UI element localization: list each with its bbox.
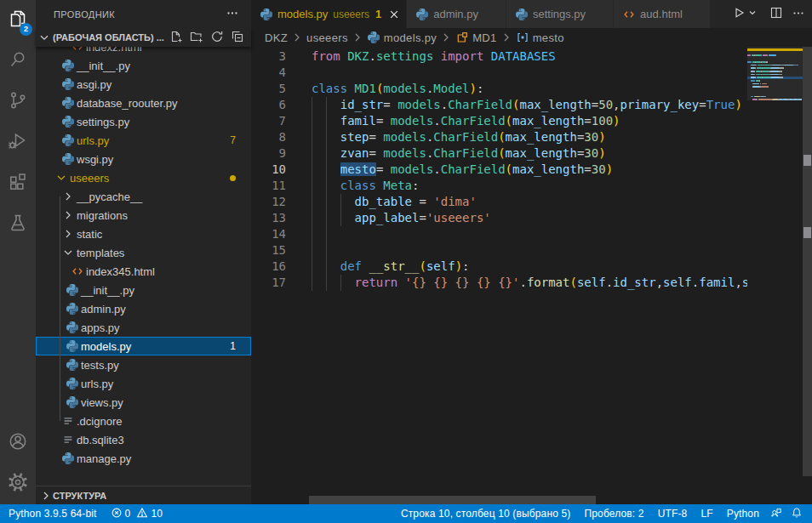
activity-item-settings[interactable]: [0, 463, 36, 504]
python-file-icon: [61, 115, 75, 128]
tree-file-apps.py[interactable]: apps.py: [36, 318, 251, 337]
code-line-6: id_str= models.CharField(max_length=50,p…: [312, 97, 747, 113]
status-notifications[interactable]: [786, 504, 807, 523]
minimap[interactable]: [747, 47, 803, 504]
workspace-section-header[interactable]: (РАБОЧАЯ ОБЛАСТЬ) ...: [36, 28, 251, 47]
symbol-field-icon: [516, 31, 529, 44]
python-file-icon: [66, 358, 79, 372]
run-dropdown-icon[interactable]: [746, 6, 759, 23]
status-bar: Python 3.9.5 64-bit 0 10 Строка 10, стол…: [0, 504, 812, 523]
tab-models.py[interactable]: models.pyuseeers1: [251, 0, 407, 28]
tab-settings.py[interactable]: settings.py: [506, 0, 614, 28]
breadcrumb-item-mesto[interactable]: mesto: [516, 31, 564, 44]
overview-ruler-mark: [803, 155, 811, 166]
vertical-scrollbar[interactable]: [803, 47, 812, 476]
tree-file-indexz.html[interactable]: indexz.html: [36, 47, 251, 56]
activity-item-search[interactable]: [0, 41, 36, 82]
close-icon[interactable]: [387, 8, 401, 21]
activity-item-explorer[interactable]: 2: [0, 0, 36, 41]
section-actions: [169, 30, 251, 45]
sidebar-title-row: ПРОВОДНИК: [36, 0, 251, 28]
python-file-icon: [66, 283, 79, 297]
chevron-down-icon: [37, 31, 51, 44]
tree-file-settings.py[interactable]: settings.py: [36, 112, 251, 131]
activity-bar: 2: [0, 0, 36, 504]
activity-item-source-control[interactable]: [0, 82, 36, 122]
breadcrumb-item-useeers[interactable]: useeers: [306, 31, 348, 44]
debug-icon: [8, 131, 28, 155]
problems-badge: 7: [230, 134, 236, 146]
file-tree[interactable]: indexz.html__init__.pyasgi.pydatabase_ro…: [36, 47, 251, 486]
tree-file-__init__.py[interactable]: __init__.py: [36, 281, 251, 299]
tree-file-index345.html[interactable]: index345.html: [36, 262, 251, 281]
chevron-right-icon: [500, 31, 513, 44]
tree-file-manage.py[interactable]: manage.py: [36, 449, 251, 468]
line-number-8: 8: [251, 129, 286, 145]
sidebar-explorer: ПРОВОДНИК (РАБОЧАЯ ОБЛАСТЬ) ...: [36, 0, 251, 504]
code-line-7: famil= models.CharField(max_length=100): [312, 113, 747, 129]
run-python-file-button[interactable]: [732, 6, 759, 23]
split-editor-button[interactable]: [769, 6, 783, 23]
code-line-12: db_table = 'dima': [312, 194, 747, 210]
vscode-window: 2: [0, 0, 812, 523]
activity-item-accounts[interactable]: [0, 423, 36, 463]
more-actions-icon[interactable]: [792, 6, 805, 23]
status-cursor-position[interactable]: Строка 10, столбец 10 (выбрано 5): [394, 504, 578, 523]
breadcrumb-item-MD1[interactable]: MD1: [455, 31, 497, 44]
tree-file-asgi.py[interactable]: asgi.py: [36, 75, 251, 94]
status-encoding[interactable]: UTF-8: [651, 504, 695, 523]
chevron-right-icon: [39, 489, 53, 503]
tab-admin.py[interactable]: admin.py: [407, 0, 506, 28]
tree-file-wsgi.py[interactable]: wsgi.py: [36, 150, 251, 168]
tree-file-views.py[interactable]: views.py: [36, 393, 251, 412]
tree-file-.dcignore[interactable]: .dcignore: [36, 412, 251, 430]
tree-file-tests.py[interactable]: tests.py: [36, 355, 251, 374]
account-icon: [8, 431, 28, 455]
code-editor[interactable]: 34567891011121314151617 from DKZ.setting…: [251, 47, 812, 504]
extensions-icon: [8, 172, 28, 196]
outline-label: СТРУКТУРА: [53, 491, 106, 501]
status-eol[interactable]: LF: [694, 504, 719, 523]
outline-section-header[interactable]: СТРУКТУРА: [36, 486, 251, 504]
status-python-interpreter[interactable]: Python 3.9.5 64-bit: [3, 504, 102, 523]
line-number-14: 14: [251, 226, 286, 242]
tree-file-db.sqlite3[interactable]: db.sqlite3: [36, 430, 251, 449]
breadcrumb-item-models.py[interactable]: models.py: [367, 31, 437, 44]
tree-file-admin.py[interactable]: admin.py: [36, 299, 251, 318]
tab-problems-badge: 1: [375, 8, 381, 20]
code-line-5: class MD1(models.Model):: [312, 81, 747, 97]
tree-file-__init__.py[interactable]: __init__.py: [36, 56, 251, 75]
tab-aud.html[interactable]: aud.html: [614, 0, 711, 28]
more-actions-icon[interactable]: [226, 6, 239, 23]
tree-folder-templates[interactable]: templates: [36, 243, 251, 262]
tree-file-models.py[interactable]: models.py1: [36, 337, 251, 355]
tree-file-database_roouter.py[interactable]: database_roouter.py: [36, 94, 251, 112]
activity-item-testing[interactable]: [0, 204, 36, 245]
new-file-icon[interactable]: [169, 30, 183, 45]
status-feedback[interactable]: [766, 504, 786, 523]
tree-folder-useeers[interactable]: useeers: [36, 168, 251, 187]
line-number-5: 5: [251, 81, 286, 97]
status-problems[interactable]: 0 10: [109, 504, 171, 523]
refresh-icon[interactable]: [210, 30, 224, 45]
status-indentation[interactable]: Пробелов: 2: [578, 504, 651, 523]
explorer-badge: 2: [20, 23, 32, 36]
tree-folder-__pycache__[interactable]: __pycache__: [36, 187, 251, 206]
code-line-4: [312, 65, 747, 81]
tree-folder-static[interactable]: static: [36, 225, 251, 243]
code-line-8: step= models.CharField(max_length=30): [312, 129, 747, 145]
status-language[interactable]: Python: [720, 504, 766, 523]
activity-item-run-debug[interactable]: [0, 122, 36, 163]
new-folder-icon[interactable]: [190, 30, 203, 45]
collapse-all-icon[interactable]: [231, 30, 244, 45]
horizontal-scrollbar[interactable]: [309, 496, 596, 504]
activity-item-extensions[interactable]: [0, 163, 36, 204]
line-number-13: 13: [251, 210, 286, 226]
tree-file-urls.py[interactable]: urls.py: [36, 374, 251, 393]
tree-folder-migrations[interactable]: migrations: [36, 206, 251, 225]
document-file-icon: [61, 433, 75, 446]
tree-file-urls.py[interactable]: urls.py7: [36, 131, 251, 150]
breadcrumb-item-DKZ[interactable]: DKZ: [265, 31, 288, 44]
line-number-7: 7: [251, 113, 286, 129]
python-file-icon: [66, 321, 79, 334]
